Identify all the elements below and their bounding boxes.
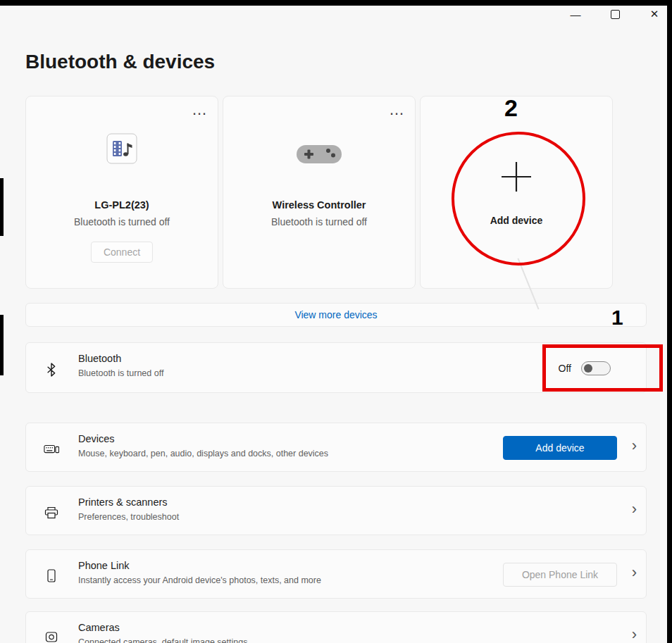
bluetooth-subtitle: Bluetooth is turned off: [78, 368, 163, 378]
devices-subtitle: Mouse, keyboard, pen, audio, displays an…: [78, 449, 328, 458]
bluetooth-toggle[interactable]: [581, 361, 611, 375]
printers-row[interactable]: Printers & scanners Preferences, trouble…: [25, 486, 647, 535]
connect-button[interactable]: Connect: [91, 242, 153, 263]
annotation-step-1: 1: [611, 306, 623, 330]
close-icon: ✕: [650, 8, 659, 20]
gamepad-icon: [296, 140, 342, 171]
left-edge-mark: [0, 178, 4, 236]
phone-link-title: Phone Link: [78, 560, 130, 571]
devices-title: Devices: [78, 433, 115, 444]
toggle-knob: [584, 364, 592, 373]
maximize-button[interactable]: [606, 6, 624, 23]
close-button[interactable]: ✕: [645, 6, 664, 23]
cameras-row[interactable]: Cameras Connected cameras, default image…: [25, 611, 647, 643]
settings-window: — ✕ Bluetooth & devices …: [0, 0, 672, 643]
printers-title: Printers & scanners: [78, 497, 168, 508]
chevron-right-icon[interactable]: ›: [632, 563, 637, 582]
camera-icon: [44, 630, 59, 643]
chevron-right-icon[interactable]: ›: [632, 625, 637, 643]
cameras-title: Cameras: [78, 622, 120, 633]
minimize-icon: —: [571, 8, 581, 20]
add-device-button[interactable]: Add device: [503, 436, 617, 460]
devices-row[interactable]: Devices Mouse, keyboard, pen, audio, dis…: [25, 423, 647, 472]
phone-link-subtitle: Instantly access your Android device's p…: [78, 575, 321, 585]
add-device-label: Add device: [421, 215, 612, 226]
phone-icon: [44, 568, 59, 584]
bluetooth-row: Bluetooth Bluetooth is turned off Off: [25, 342, 647, 393]
bluetooth-toggle-state: Off: [559, 363, 571, 374]
cameras-subtitle: Connected cameras, default image setting…: [78, 637, 247, 643]
page-title: Bluetooth & devices: [25, 51, 215, 73]
bluetooth-title: Bluetooth: [78, 353, 121, 364]
chevron-right-icon[interactable]: ›: [632, 437, 637, 455]
open-phone-link-button[interactable]: Open Phone Link: [503, 563, 617, 587]
right-edge-bar: [667, 0, 672, 643]
plus-icon: [498, 158, 535, 198]
chevron-right-icon[interactable]: ›: [632, 500, 637, 518]
device-card-lg: … LG-PL2(23) Bluetooth is turned off Con…: [25, 96, 218, 289]
phone-link-row[interactable]: Phone Link Instantly access your Android…: [25, 549, 647, 599]
device-card-controller: … Wireless Controller Bluetooth is turne…: [223, 96, 416, 289]
device-status: Bluetooth is turned off: [26, 216, 218, 227]
printers-subtitle: Preferences, troubleshoot: [78, 512, 179, 522]
view-more-devices-label: View more devices: [294, 309, 377, 320]
left-edge-mark: [0, 315, 4, 375]
add-device-card[interactable]: Add device: [420, 96, 613, 289]
view-more-devices-link[interactable]: View more devices: [25, 303, 647, 327]
device-status: Bluetooth is turned off: [223, 216, 415, 227]
printer-icon: [44, 505, 59, 520]
device-name: LG-PL2(23): [26, 199, 218, 211]
device-name: Wireless Controller: [223, 199, 415, 211]
devices-icon: [44, 442, 59, 457]
maximize-icon: [611, 10, 620, 19]
media-device-icon: [105, 132, 139, 168]
more-options-icon[interactable]: …: [192, 101, 208, 119]
more-options-icon[interactable]: …: [389, 101, 405, 119]
annotation-step-2: 2: [504, 94, 518, 122]
minimize-button[interactable]: —: [566, 6, 585, 23]
bluetooth-icon: [44, 362, 59, 377]
top-edge-bar: [0, 0, 672, 6]
